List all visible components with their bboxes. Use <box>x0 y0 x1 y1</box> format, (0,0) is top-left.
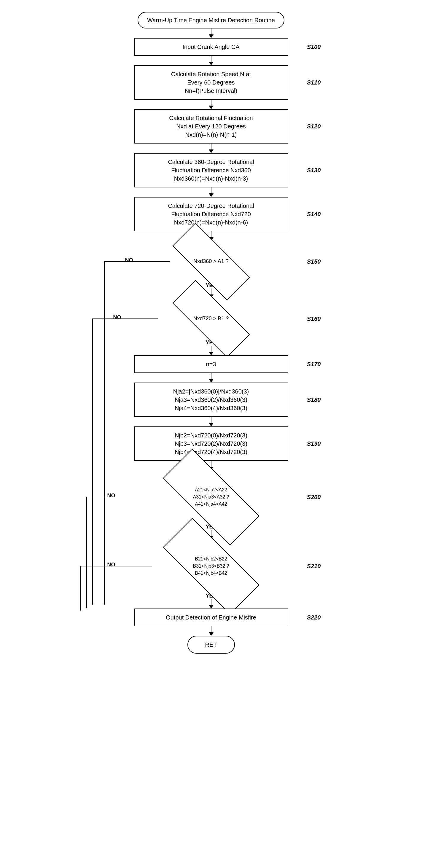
step-s180-row: Nja2=|Nxd360(0)|/Nxd360(3)Nja3=Nxd360(2)… <box>78 382 344 417</box>
s160-step-label: S160 <box>307 315 321 322</box>
connector-4 <box>211 144 211 150</box>
step-s150-row: Nxd360 > A1 ? S150 NO <box>78 241 344 282</box>
s200-diamond-container: A21<Nja2<A22A31<Nja3<A32 ?A41<Nja4<A42 <box>152 473 270 521</box>
arrow-13 <box>209 605 213 609</box>
step-s220-row: Output Detection of Engine Misfire S220 <box>78 609 344 626</box>
s110-label: Calculate Rotation Speed N atEvery 60 De… <box>171 71 251 94</box>
connector-11 <box>211 461 211 467</box>
connector-13 <box>211 599 211 605</box>
s120-node: Calculate Rotational FluctuationNxd at E… <box>134 109 288 144</box>
arrow-14 <box>209 632 213 636</box>
s100-node: Input Crank Angle CA <box>134 38 288 56</box>
arrow-2 <box>209 62 213 65</box>
arrow-10 <box>209 423 213 427</box>
main-flow: Warm-Up Time Engine Misfire Detection Ro… <box>78 12 344 654</box>
s150-step-label: S150 <box>307 258 321 265</box>
connector-3 <box>211 100 211 105</box>
s140-node: Calculate 720-Degree RotationalFluctuati… <box>134 197 288 231</box>
s130-node: Calculate 360-Degree RotationalFluctuati… <box>134 153 288 187</box>
arrow-8 <box>209 352 213 355</box>
s110-step-label: S110 <box>307 79 321 86</box>
arrow-5 <box>209 193 213 197</box>
s180-node: Nja2=|Nxd360(0)|/Nxd360(3)Nja3=Nxd360(2)… <box>134 382 288 417</box>
connector-2 <box>211 56 211 62</box>
s120-label: Calculate Rotational FluctuationNxd at E… <box>169 115 253 138</box>
s180-step-label: S180 <box>307 397 321 403</box>
step-s170-row: n=3 S170 <box>78 355 344 373</box>
flowchart-container: Warm-Up Time Engine Misfire Detection Ro… <box>78 12 344 856</box>
s140-label: Calculate 720-Degree RotationalFluctuati… <box>168 203 254 226</box>
arrow-4 <box>209 150 213 153</box>
step-s160-row: Nxd720 > B1 ? S160 NO <box>78 298 344 340</box>
connector-5 <box>211 187 211 193</box>
step-s110-row: Calculate Rotation Speed N atEvery 60 De… <box>78 65 344 100</box>
s110-node: Calculate Rotation Speed N atEvery 60 De… <box>134 65 288 100</box>
connector-8 <box>211 346 211 352</box>
s210-no-label: NO <box>107 562 115 568</box>
s190-label: Njb2=Nxd720(0)/Nxd720(3)Njb3=Nxd720(2)/N… <box>175 432 247 455</box>
s220-label: Output Detection of Engine Misfire <box>166 614 256 621</box>
step-start-row: Warm-Up Time Engine Misfire Detection Ro… <box>78 12 344 28</box>
s190-node: Njb2=Nxd720(0)/Nxd720(3)Njb3=Nxd720(2)/N… <box>134 427 288 461</box>
step-s200-row: A21<Nja2<A22A31<Nja3<A32 ?A41<Nja4<A42 S… <box>78 470 344 524</box>
connector-1 <box>211 28 211 34</box>
step-s140-row: Calculate 720-Degree RotationalFluctuati… <box>78 197 344 231</box>
step-end-row: RET <box>78 636 344 654</box>
connector-9 <box>211 373 211 379</box>
arrow-1 <box>209 34 213 38</box>
s200-step-label: S200 <box>307 494 321 501</box>
end-node: RET <box>187 636 235 654</box>
connector-14 <box>211 626 211 632</box>
end-label: RET <box>205 642 217 648</box>
arrow-3 <box>209 105 213 109</box>
start-node: Warm-Up Time Engine Misfire Detection Ro… <box>138 12 284 28</box>
s130-label: Calculate 360-Degree RotationalFluctuati… <box>168 159 254 182</box>
s130-step-label: S130 <box>307 167 321 174</box>
s160-diamond-container: Nxd720 > B1 ? <box>164 300 259 338</box>
s180-label: Nja2=|Nxd360(0)|/Nxd360(3)Nja3=Nxd360(2)… <box>173 388 249 411</box>
connector-10 <box>211 417 211 423</box>
s100-label: Input Crank Angle CA <box>182 43 239 50</box>
s140-step-label: S140 <box>307 211 321 218</box>
step-s120-row: Calculate Rotational FluctuationNxd at E… <box>78 109 344 144</box>
s150-diamond-container: Nxd360 > A1 ? <box>164 242 259 281</box>
connector-12 <box>211 530 211 536</box>
s170-node: n=3 <box>134 355 288 373</box>
s170-step-label: S170 <box>307 361 321 368</box>
connector-7 <box>211 288 211 294</box>
s190-step-label: S190 <box>307 440 321 447</box>
s220-node: Output Detection of Engine Misfire <box>134 609 288 626</box>
s100-step-label: S100 <box>307 43 321 51</box>
s120-step-label: S120 <box>307 123 321 130</box>
s200-no-label: NO <box>107 493 115 499</box>
s170-label: n=3 <box>206 361 216 367</box>
s210-step-label: S210 <box>307 563 321 570</box>
s160-no-label: NO <box>113 314 121 320</box>
start-label: Warm-Up Time Engine Misfire Detection Ro… <box>147 17 275 24</box>
step-s100-row: Input Crank Angle CA S100 <box>78 38 344 56</box>
s220-step-label: S220 <box>307 614 321 621</box>
step-s190-row: Njb2=Nxd720(0)/Nxd720(3)Njb3=Nxd720(2)/N… <box>78 427 344 461</box>
arrow-9 <box>209 379 213 382</box>
connector-6 <box>211 231 211 237</box>
s150-no-label: NO <box>125 257 133 264</box>
step-s210-row: B21<Njb2<B22B31<Njb3<B32 ?B41<Njb4<B42 S… <box>78 539 344 593</box>
s210-diamond-container: B21<Njb2<B22B31<Njb3<B32 ?B41<Njb4<B42 <box>152 542 270 590</box>
step-s130-row: Calculate 360-Degree RotationalFluctuati… <box>78 153 344 187</box>
